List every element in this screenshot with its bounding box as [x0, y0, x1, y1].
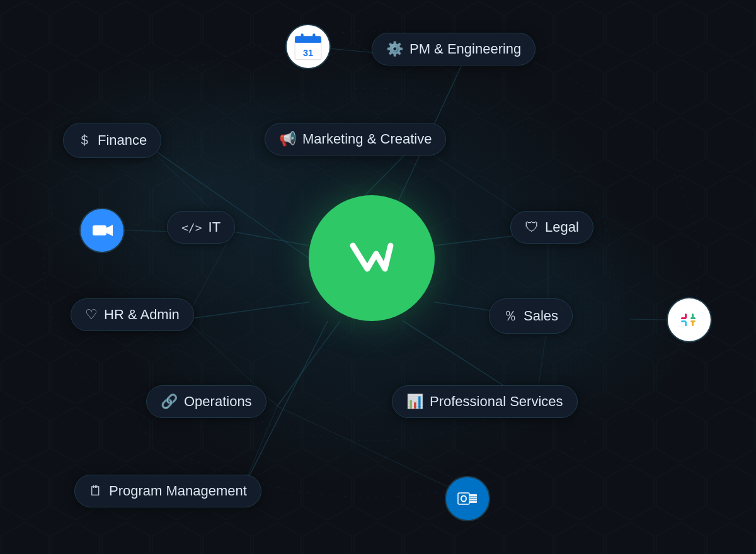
monday-logo-svg: [343, 230, 400, 286]
chip-label-hr-admin: HR & Admin: [104, 307, 180, 323]
svg-point-45: [462, 497, 466, 501]
outlook-icon: [453, 484, 482, 513]
svg-rect-27: [295, 40, 321, 43]
chip-label-pm-engineering: PM & Engineering: [410, 41, 521, 57]
slack-icon: [675, 305, 704, 334]
svg-rect-35: [685, 314, 687, 319]
svg-rect-39: [692, 314, 694, 319]
chip-finance[interactable]: ＄ Finance: [63, 123, 161, 158]
gcal-icon: 31: [292, 31, 324, 62]
chip-label-marketing-creative: Marketing & Creative: [302, 131, 432, 147]
chip-label-legal: Legal: [545, 219, 579, 235]
center-logo[interactable]: [309, 195, 435, 321]
chip-label-program-management: Program Management: [109, 483, 247, 499]
svg-point-33: [675, 305, 704, 334]
svg-text:31: 31: [303, 48, 313, 58]
chip-legal[interactable]: 🛡 Legal: [510, 211, 593, 244]
slack-app-bubble[interactable]: [667, 297, 712, 342]
zoom-icon: [88, 216, 117, 245]
finance-icon: ＄: [77, 131, 91, 150]
svg-rect-32: [93, 225, 106, 235]
pm-engineering-icon: ⚙️: [386, 41, 403, 57]
marketing-icon: 📢: [279, 131, 296, 147]
professional-services-icon: 📊: [406, 393, 423, 410]
chip-label-operations: Operations: [184, 393, 252, 410]
chip-it[interactable]: </> IT: [167, 211, 235, 244]
chip-program-management[interactable]: 🗒 Program Management: [74, 475, 261, 507]
zoom-app-bubble[interactable]: [79, 208, 125, 253]
chip-hr-admin[interactable]: ♡ HR & Admin: [71, 298, 194, 331]
chip-label-it: IT: [209, 219, 221, 235]
svg-rect-37: [685, 321, 687, 326]
main-canvas: 31: [0, 0, 756, 554]
svg-rect-41: [692, 321, 694, 326]
sales-icon: ％: [503, 307, 517, 325]
operations-icon: 🔗: [161, 393, 178, 410]
hr-icon: ♡: [85, 307, 98, 323]
chip-pm-engineering[interactable]: ⚙️ PM & Engineering: [372, 33, 536, 65]
chip-label-professional-services: Professional Services: [430, 393, 563, 410]
legal-icon: 🛡: [525, 219, 539, 235]
chip-operations[interactable]: 🔗 Operations: [146, 385, 266, 418]
chip-label-sales: Sales: [524, 308, 558, 324]
chip-professional-services[interactable]: 📊 Professional Services: [392, 385, 578, 418]
gcal-app-bubble[interactable]: 31: [285, 24, 331, 69]
chip-sales[interactable]: ％ Sales: [489, 298, 573, 334]
svg-rect-30: [312, 33, 315, 38]
program-management-icon: 🗒: [89, 483, 103, 499]
chip-marketing-creative[interactable]: 📢 Marketing & Creative: [265, 123, 446, 155]
chip-label-finance: Finance: [98, 132, 147, 149]
svg-rect-29: [301, 33, 304, 38]
outlook-app-bubble[interactable]: [445, 476, 490, 521]
it-icon: </>: [181, 221, 202, 234]
